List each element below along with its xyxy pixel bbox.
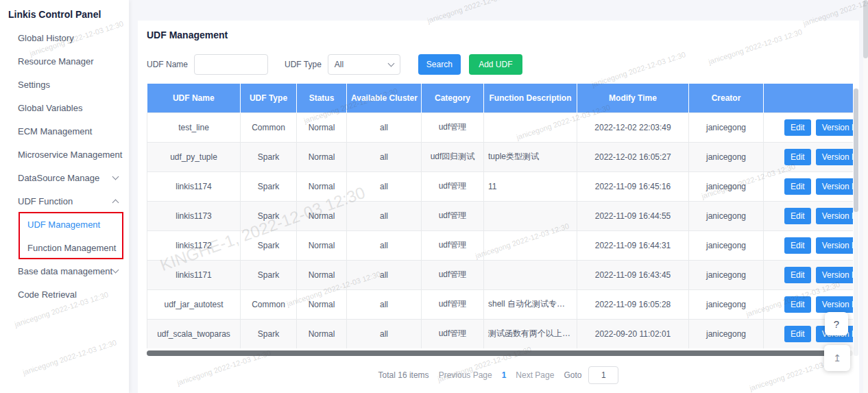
version-list-button[interactable]: Version Lis bbox=[816, 149, 853, 165]
sidebar-menu: Global HistoryResource ManagerSettingsGl… bbox=[0, 26, 129, 306]
cell-description bbox=[484, 112, 577, 142]
udf-type-selected-value: All bbox=[335, 60, 343, 69]
page-scrollbar-thumb[interactable] bbox=[863, 0, 868, 58]
sidebar-item-settings[interactable]: Settings bbox=[0, 73, 129, 96]
cell-type: Spark bbox=[241, 230, 297, 260]
cell-category: udf管理 bbox=[422, 201, 484, 230]
cell-status: Normal bbox=[297, 142, 347, 171]
sidebar-item-label: Base data management bbox=[18, 266, 112, 276]
header-status: Status bbox=[297, 84, 347, 112]
cell-modify-time: 2022-11-09 16:45:16 bbox=[577, 171, 689, 201]
cell-cluster: all bbox=[347, 112, 422, 142]
cell-status: Normal bbox=[297, 230, 347, 260]
edit-button[interactable]: Edit bbox=[784, 326, 811, 342]
cell-name: udf_jar_autotest bbox=[147, 289, 241, 319]
chevron-down-icon bbox=[112, 174, 119, 180]
cell-category: udf管理 bbox=[422, 112, 484, 142]
sidebar-item-global-variables[interactable]: Global Variables bbox=[0, 96, 129, 119]
cell-modify-time: 2022-11-09 16:44:55 bbox=[577, 201, 689, 230]
table-row: udf_py_tupleSparkNormalalludf回归测试tuple类型… bbox=[147, 142, 854, 171]
cell-category: udf管理 bbox=[422, 171, 484, 201]
sidebar-item-label: Function Management bbox=[27, 243, 116, 253]
cell-cluster: all bbox=[347, 142, 422, 171]
version-list-button[interactable]: Version Lis bbox=[816, 237, 853, 254]
udf-type-select[interactable]: All bbox=[328, 54, 400, 75]
edit-button[interactable]: Edit bbox=[784, 178, 811, 195]
udf-name-input[interactable] bbox=[194, 54, 268, 75]
goto-label: Goto bbox=[564, 370, 581, 380]
cell-type: Common bbox=[241, 112, 297, 142]
header-category: Category bbox=[422, 84, 484, 112]
edit-button[interactable]: Edit bbox=[784, 149, 811, 165]
next-page-button[interactable]: Next Page bbox=[516, 370, 554, 380]
cell-type: Spark bbox=[241, 260, 297, 289]
current-page-number[interactable]: 1 bbox=[502, 370, 507, 380]
cell-name: udf_py_tuple bbox=[147, 142, 241, 171]
cell-description: 11 bbox=[484, 171, 577, 201]
help-button[interactable]: ? bbox=[825, 312, 848, 335]
cell-name: udf_scala_twoparas bbox=[147, 319, 241, 348]
horizontal-scrollbar-thumb[interactable] bbox=[147, 350, 832, 356]
cell-status: Normal bbox=[297, 319, 347, 348]
edit-button[interactable]: Edit bbox=[784, 296, 811, 313]
filter-bar: UDF Name UDF Type All Search Add UDF bbox=[147, 54, 849, 75]
cell-description bbox=[484, 201, 577, 230]
sidebar-item-base-data-management[interactable]: Base data management bbox=[0, 259, 129, 283]
sidebar-item-resource-manager[interactable]: Resource Manager bbox=[0, 49, 129, 73]
table-row: udf_scala_twoparasSparkNormalalludf管理测试函… bbox=[147, 319, 854, 348]
cell-category: udf管理 bbox=[422, 260, 484, 289]
version-list-button[interactable]: Version Lis bbox=[816, 267, 853, 283]
cell-creator: janicegong bbox=[689, 171, 764, 201]
table-header-row: UDF Name UDF Type Status Available Clust… bbox=[147, 84, 854, 112]
sidebar-item-udf-management[interactable]: UDF Management bbox=[0, 213, 129, 236]
version-list-button[interactable]: Version Lis bbox=[816, 208, 853, 224]
previous-page-button[interactable]: Previous Page bbox=[439, 370, 492, 380]
goto-page-input[interactable] bbox=[588, 366, 618, 384]
sidebar-item-label: Global History bbox=[18, 33, 74, 43]
cell-cluster: all bbox=[347, 319, 422, 348]
cell-actions: EditVersion Lis bbox=[764, 260, 854, 289]
cell-status: Normal bbox=[297, 260, 347, 289]
sidebar-item-udf-function[interactable]: UDF Function bbox=[0, 189, 129, 213]
cell-status: Normal bbox=[297, 289, 347, 319]
cell-type: Spark bbox=[241, 142, 297, 171]
sidebar-item-function-management[interactable]: Function Management bbox=[0, 236, 129, 259]
sidebar-item-datasource-manage[interactable]: DataSource Manage bbox=[0, 166, 129, 189]
cell-cluster: all bbox=[347, 171, 422, 201]
add-udf-button[interactable]: Add UDF bbox=[469, 54, 522, 75]
version-list-button[interactable]: Version Lis bbox=[816, 119, 853, 136]
table-row: linkis1171SparkNormalalludf管理2022-11-09 … bbox=[147, 260, 854, 289]
header-actions bbox=[764, 84, 854, 112]
search-button[interactable]: Search bbox=[418, 54, 461, 75]
sidebar-item-label: UDF Management bbox=[27, 219, 100, 230]
cell-cluster: all bbox=[347, 260, 422, 289]
version-list-button[interactable]: Version Lis bbox=[816, 296, 853, 313]
edit-button[interactable]: Edit bbox=[784, 237, 811, 254]
cell-status: Normal bbox=[297, 171, 347, 201]
sidebar-item-global-history[interactable]: Global History bbox=[0, 26, 129, 49]
udf-management-card: UDF Management UDF Name UDF Type All Sea… bbox=[138, 21, 859, 393]
cell-type: Common bbox=[241, 289, 297, 319]
edit-button[interactable]: Edit bbox=[784, 267, 811, 283]
edit-button[interactable]: Edit bbox=[784, 208, 811, 224]
sidebar-item-ecm-management[interactable]: ECM Management bbox=[0, 119, 129, 143]
page-scrollbar[interactable] bbox=[863, 0, 868, 393]
vertical-scrollbar-thumb[interactable] bbox=[854, 88, 858, 212]
cell-modify-time: 2022-12-02 22:03:49 bbox=[577, 112, 689, 142]
cell-status: Normal bbox=[297, 201, 347, 230]
cell-description bbox=[484, 260, 577, 289]
table-row: udf_jar_autotestCommonNormalalludf管理shel… bbox=[147, 289, 854, 319]
cell-creator: janicegong bbox=[689, 319, 764, 348]
edit-button[interactable]: Edit bbox=[784, 119, 811, 136]
horizontal-scrollbar[interactable] bbox=[147, 350, 853, 356]
udf-table-body: test_lineCommonNormalalludf管理2022-12-02 … bbox=[147, 112, 854, 348]
cell-category: udf回归测试 bbox=[422, 142, 484, 171]
vertical-scrollbar[interactable] bbox=[854, 88, 858, 356]
back-to-top-button[interactable]: ↥ bbox=[824, 345, 850, 371]
version-list-button[interactable]: Version Lis bbox=[816, 178, 853, 195]
sidebar-item-label: Global Variables bbox=[18, 103, 82, 113]
cell-name: linkis1173 bbox=[147, 201, 241, 230]
sidebar-item-microservice-management[interactable]: Microservice Management bbox=[0, 143, 129, 166]
sidebar-item-code-retrieval[interactable]: Code Retrieval bbox=[0, 283, 129, 306]
cell-description bbox=[484, 230, 577, 260]
